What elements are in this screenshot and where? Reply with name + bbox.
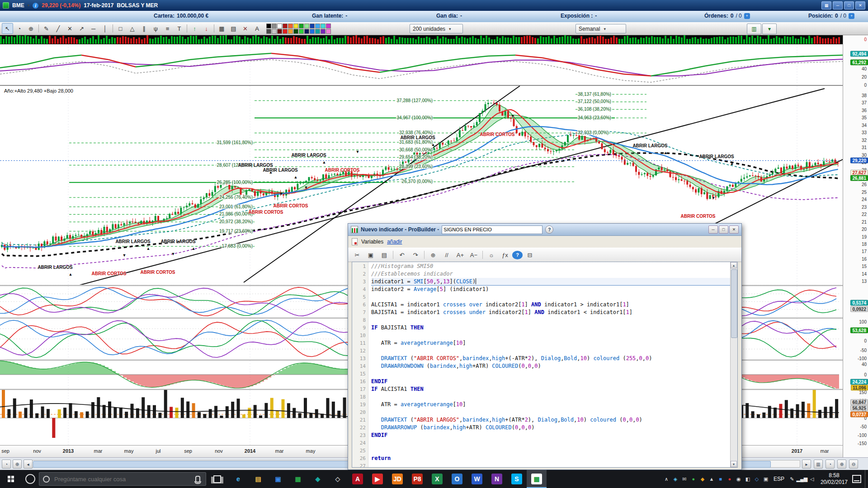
code-line-19[interactable]: ATR = averagetruerange[10] (371, 401, 730, 408)
taskbar-search[interactable] (39, 472, 206, 486)
add-variable-link[interactable]: añadir (387, 239, 402, 245)
maximize-button[interactable]: □ (719, 225, 728, 234)
chart-style-dropdown[interactable]: ▾ (762, 23, 777, 34)
taskbar-app-excel[interactable]: X (427, 470, 447, 488)
color-swatch[interactable] (288, 23, 293, 28)
text-tool[interactable]: T (174, 23, 185, 34)
code-line-12[interactable] (371, 347, 730, 355)
color-swatch[interactable] (283, 29, 288, 34)
help-icon[interactable]: ? (512, 251, 523, 259)
mini-indicator-panel[interactable] (0, 44, 843, 86)
taskbar-clock[interactable]: 8:58 20/02/2017 (821, 472, 848, 486)
timeframe-dropdown[interactable]: Semanal ▾ (576, 24, 626, 33)
code-line-11[interactable]: ATR = averagetruerange[10] (371, 339, 730, 347)
arrow-tool[interactable]: ↗ (76, 23, 87, 34)
color-swatch[interactable] (293, 29, 298, 34)
tray-7-icon[interactable]: ● (726, 475, 734, 483)
taskbar-app-prorealtime[interactable]: ▦ (527, 470, 547, 488)
taskbar-app-media-player[interactable]: ▶ (368, 470, 387, 488)
paste-icon[interactable]: ▤ (378, 249, 391, 260)
volume-icon[interactable]: ◁ (808, 475, 816, 483)
scroll-down-icon[interactable]: ▼ (731, 461, 737, 467)
color-swatch[interactable] (321, 23, 326, 28)
window-button-3[interactable]: ✕ (855, 1, 865, 9)
vertical-line-tool[interactable]: │ (99, 23, 111, 34)
rectangle-tool[interactable]: □ (115, 23, 126, 34)
delete-tool[interactable]: ✕ (240, 23, 251, 34)
arrow-up-tool[interactable]: ↑ (189, 23, 200, 34)
history-button[interactable]: ◔ (826, 460, 835, 469)
taskbar-app-onenote[interactable]: N (487, 470, 507, 488)
close-button[interactable]: ✕ (729, 225, 739, 234)
comment-icon[interactable]: // (440, 249, 453, 260)
tray-6-icon[interactable]: ■ (717, 475, 725, 483)
font-decrease-icon[interactable]: A− (467, 249, 480, 260)
settings-icon[interactable]: + (849, 13, 854, 19)
search-input[interactable] (53, 475, 192, 483)
code-line-13[interactable]: DRAWTEXT ("ABRIR CORTOS",barindex,high+(… (371, 355, 730, 362)
zoom-in-button[interactable]: ⊕ (837, 460, 846, 469)
zoom-icon[interactable]: ⊕ (13, 460, 22, 469)
taskbar-app-edge[interactable]: e (228, 470, 248, 488)
code-line-27[interactable] (371, 462, 730, 467)
code-line-9[interactable]: IF BAJISTA1 THEN (371, 324, 730, 332)
tray-expand-icon[interactable]: ∧ (662, 475, 670, 483)
print-icon[interactable]: ⊟ (524, 249, 536, 260)
code-line-6[interactable]: ALCISTA1 = indicator1 crosses over indic… (371, 301, 730, 309)
taskbar-app-outlook[interactable]: O (447, 470, 467, 488)
redo-icon[interactable]: ↷ (409, 249, 422, 260)
minimize-button[interactable]: ─ (708, 225, 718, 234)
window-button-0[interactable]: ▦ (821, 1, 831, 9)
code-line-15[interactable] (371, 370, 730, 378)
color-swatch[interactable] (304, 29, 309, 34)
clock-icon[interactable]: ◔ (2, 460, 11, 469)
suggest-icon[interactable]: ☼ (485, 249, 498, 260)
code-line-2[interactable]: ///Establecemos indicador (371, 270, 730, 278)
code-line-7[interactable]: BAJISTA1 = indicator1 crosses under indi… (371, 309, 730, 316)
scroll-right-button[interactable]: ▸ (802, 460, 811, 469)
cut-icon[interactable]: ✂ (351, 249, 363, 260)
taskbar-app-app-gray[interactable]: ◇ (328, 470, 348, 488)
color-swatch[interactable] (277, 29, 282, 34)
show-desktop-button[interactable] (865, 470, 868, 488)
taskbar-app-app-teal[interactable]: ◆ (308, 470, 328, 488)
color-swatch[interactable] (266, 29, 271, 34)
channel-tool[interactable]: ∥ (138, 23, 150, 34)
code-line-22[interactable]: DRAWARROWUP (barindex,high+ATR) COLOURED… (371, 424, 730, 432)
color-swatch[interactable] (288, 29, 293, 34)
fibonacci-tool[interactable]: ≡ (162, 23, 173, 34)
grid-tool[interactable]: ▦ (216, 23, 227, 34)
units-dropdown[interactable]: 200 unidades ▾ (410, 24, 463, 33)
taskbar-app-acrobat[interactable]: A (348, 470, 368, 488)
color-swatch[interactable] (283, 23, 288, 28)
indicator-name-input[interactable] (442, 225, 542, 234)
code-line-21[interactable]: DRAWTEXT ("ABRIR LARGOS",barindex,high+(… (371, 416, 730, 424)
code-editor[interactable]: 1234567891011121314151617181920212223242… (352, 262, 738, 468)
cross-tool[interactable]: ✕ (64, 23, 75, 34)
taskbar-app-psp8[interactable]: P8 (407, 470, 427, 488)
network-icon[interactable]: ▂▄▆ (798, 475, 806, 483)
zoom-out-button[interactable]: ⊖ (849, 460, 858, 469)
color-swatch[interactable] (293, 23, 298, 28)
insert-function-icon[interactable]: ƒx (499, 249, 511, 260)
editor-scrollbar-thumb[interactable] (731, 269, 737, 338)
color-swatch[interactable] (272, 23, 277, 28)
symbol-dropdown-icon[interactable]: ▾ (28, 3, 30, 8)
color-swatch[interactable] (315, 23, 320, 28)
tray-2-icon[interactable]: ✉ (680, 475, 689, 483)
color-swatch[interactable] (315, 29, 320, 34)
action-center-icon[interactable] (852, 475, 861, 483)
info-icon[interactable]: i (33, 3, 38, 9)
taskbar-app-word[interactable]: W (467, 470, 487, 488)
code-line-18[interactable] (371, 393, 730, 401)
color-swatch[interactable] (326, 29, 331, 34)
copy-icon[interactable]: ▣ (364, 249, 377, 260)
taskbar-app-jdownloader[interactable]: JD (387, 470, 407, 488)
editor-scrollbar[interactable]: ▲ ▼ (730, 262, 737, 467)
color-swatch[interactable] (304, 23, 309, 28)
color-swatch[interactable] (326, 23, 331, 28)
line-tool[interactable]: ╱ (52, 23, 64, 34)
taskbar-app-skype[interactable]: S (507, 470, 527, 488)
color-swatch[interactable] (266, 23, 271, 28)
code-area[interactable]: ///Histograma SMI50///Establecemos indic… (368, 262, 730, 467)
